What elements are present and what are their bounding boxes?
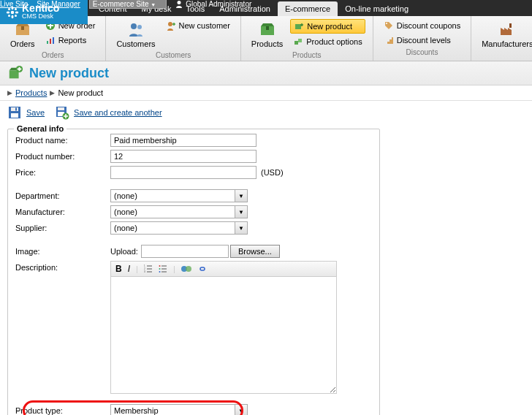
site-selector[interactable]: E-commerce Site ▼ [89,0,167,9]
boxes-icon [293,37,303,47]
bold-button[interactable]: B [115,264,122,274]
box-icon [259,20,276,38]
products-button[interactable]: Products [248,19,286,50]
editor-toolbar: B I | 123 | [110,261,337,277]
upload-label: Upload: [110,247,138,256]
product-type-dropdown-button[interactable]: ▼ [235,404,248,415]
reports-button[interactable]: Reports [42,34,99,47]
product-type-select[interactable] [110,404,235,415]
svg-text:3: 3 [144,270,145,273]
breadcrumb-products[interactable]: Products [15,88,47,97]
floppy-icon [7,105,22,120]
fieldset-legend: General info [14,124,66,133]
svg-rect-13 [50,39,51,44]
price-input[interactable] [110,166,256,179]
breadcrumb-current: New product [58,88,103,97]
label-manufacturer: Manufacturer: [15,208,110,216]
label-image: Image: [15,247,110,256]
label-price: Price: [15,168,110,177]
svg-point-17 [168,22,172,26]
label-description: Description: [15,263,110,272]
page-title: New product [29,66,109,81]
supplier-select[interactable] [110,221,235,235]
svg-rect-31 [15,108,17,111]
svg-rect-12 [47,41,48,44]
svg-point-16 [137,25,142,29]
user-display[interactable]: Global Administrator [175,0,251,8]
people-icon [127,20,145,38]
svg-rect-10 [21,26,24,30]
department-dropdown-button[interactable]: ▼ [235,189,248,202]
customers-button[interactable]: Customers [113,19,158,50]
svg-point-15 [131,23,137,29]
svg-rect-20 [294,41,298,45]
svg-point-43 [186,266,191,272]
label-product-type: Product type: [15,406,110,415]
svg-rect-33 [58,107,64,110]
discount-levels-button[interactable]: Discount levels [381,34,463,47]
new-product-button[interactable]: New product [290,19,365,34]
box-plus-icon [294,21,304,31]
svg-point-22 [386,23,387,24]
user-name: Global Administrator [186,0,251,8]
browse-button[interactable]: Browse... [230,245,280,258]
svg-point-9 [178,1,181,4]
chart-icon [45,35,56,45]
site-manager-link[interactable]: Site Manager [37,0,80,8]
svg-rect-30 [11,113,18,118]
save-button[interactable]: Save [7,105,45,120]
svg-point-0 [11,10,15,14]
factory-icon [498,20,516,38]
floppy-plus-icon [55,105,69,120]
manufacturers-button[interactable]: Manufacturers [479,19,532,50]
box-plus-icon [7,65,23,81]
product-name-input[interactable] [110,134,256,147]
label-product-number: Product number: [15,152,110,161]
currency-label: (USD) [261,168,284,177]
svg-point-2 [12,15,14,18]
manufacturer-dropdown-button[interactable]: ▼ [235,205,248,218]
manufacturer-select[interactable] [110,205,235,218]
product-options-button[interactable]: Product options [290,35,365,48]
label-department: Department: [15,191,110,200]
ol-button[interactable]: 123 [144,264,153,273]
product-number-input[interactable] [110,150,256,163]
svg-rect-18 [266,26,269,30]
department-select[interactable] [110,189,235,202]
person-plus-icon [166,20,176,31]
svg-point-39 [159,265,160,267]
svg-rect-21 [298,39,302,42]
svg-point-7 [8,15,10,17]
media-button[interactable] [181,264,191,273]
upload-path [141,245,229,258]
new-customer-button[interactable]: New customer [163,19,233,32]
svg-point-4 [15,11,19,13]
svg-point-3 [7,11,10,13]
svg-rect-19 [295,24,301,29]
link-button[interactable] [197,264,208,273]
discount-coupons-button[interactable]: Discount coupons [381,19,463,32]
tag-icon [384,20,394,31]
ul-button[interactable] [159,264,167,273]
svg-point-40 [159,268,160,270]
label-supplier: Supplier: [15,224,110,232]
svg-rect-23 [509,23,512,28]
label-product-name: Product name: [15,136,110,145]
chevron-down-icon: ▼ [151,2,156,7]
user-icon [175,0,183,8]
italic-button[interactable]: I [128,264,130,274]
svg-point-8 [15,15,17,17]
live-site-link[interactable]: Live Site [0,0,28,8]
breadcrumb: ▶ Products ▶ New product [0,85,532,101]
supplier-dropdown-button[interactable]: ▼ [235,221,248,235]
save-create-button[interactable]: Save and create another [55,105,162,120]
description-editor[interactable] [110,277,337,394]
svg-rect-14 [53,37,54,44]
stairs-icon [384,35,394,45]
svg-point-41 [159,271,160,273]
svg-rect-29 [11,107,18,111]
